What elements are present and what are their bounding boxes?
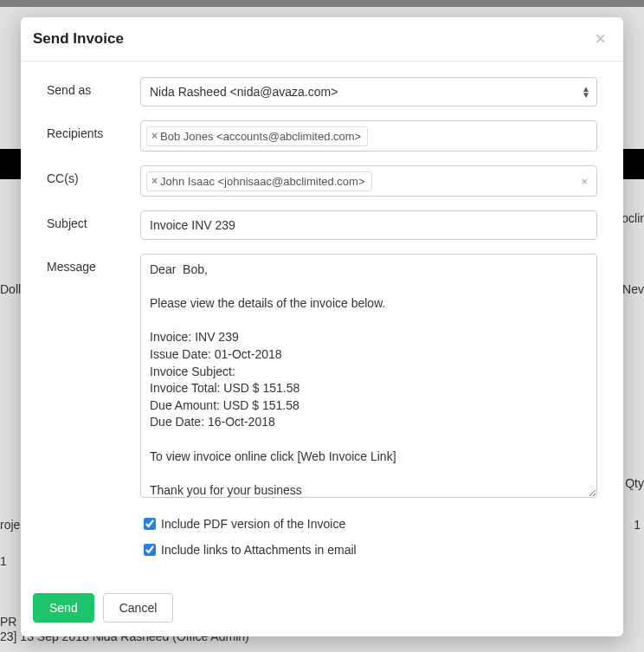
modal-footer: Send Cancel [21, 581, 623, 636]
cancel-button[interactable]: Cancel [103, 593, 174, 623]
send-as-select[interactable]: Nida Rasheed <nida@avaza.com> [140, 77, 597, 107]
recipient-tag: × Bob Jones <accounts@abclimited.com> [146, 126, 368, 146]
close-icon: × [595, 28, 606, 49]
clear-ccs-icon[interactable]: × [581, 175, 588, 188]
remove-recipient-icon[interactable]: × [151, 130, 158, 142]
ccs-label: CC(s) [47, 165, 140, 185]
send-invoice-modal: Send Invoice × Send as Nida Rasheed <nid… [21, 17, 623, 636]
modal-body: Send as Nida Rasheed <nida@avaza.com> ▲▼… [21, 61, 623, 581]
remove-cc-icon[interactable]: × [151, 175, 158, 187]
ccs-input[interactable]: × John Isaac <johnisaac@abclimited.com> … [140, 165, 597, 197]
include-links-checkbox[interactable] [144, 544, 156, 556]
include-links-label: Include links to Attachments in email [161, 543, 357, 557]
recipients-label: Recipients [47, 120, 140, 140]
message-textarea[interactable] [140, 254, 597, 498]
include-pdf-row[interactable]: Include PDF version of the Invoice [140, 515, 597, 533]
cc-tag-label: John Isaac <johnisaac@abclimited.com> [160, 175, 365, 188]
subject-label: Subject [47, 210, 140, 230]
include-pdf-label: Include PDF version of the Invoice [161, 517, 345, 531]
recipient-tag-label: Bob Jones <accounts@abclimited.com> [160, 130, 361, 143]
message-label: Message [47, 254, 140, 274]
send-button[interactable]: Send [33, 593, 94, 623]
subject-input[interactable] [140, 210, 597, 240]
send-as-label: Send as [47, 77, 140, 97]
recipients-input[interactable]: × Bob Jones <accounts@abclimited.com> [140, 120, 597, 152]
include-links-row[interactable]: Include links to Attachments in email [140, 541, 597, 558]
close-button[interactable]: × [591, 29, 609, 48]
include-pdf-checkbox[interactable] [144, 518, 156, 530]
cc-tag: × John Isaac <johnisaac@abclimited.com> [146, 171, 372, 191]
modal-header: Send Invoice × [21, 17, 623, 61]
modal-title: Send Invoice [33, 30, 124, 48]
